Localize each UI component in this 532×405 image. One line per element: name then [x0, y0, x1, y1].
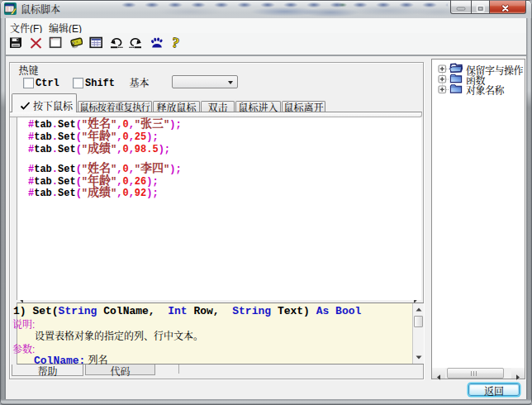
svg-text:?: ? — [171, 36, 180, 50]
